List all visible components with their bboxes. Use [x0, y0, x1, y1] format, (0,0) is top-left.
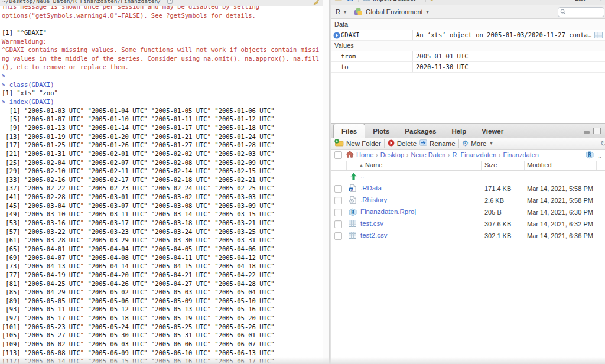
file-row[interactable]: R.RData171.4 KBMar 14, 2021, 5:58 PM	[331, 183, 605, 194]
environment-object-row[interactable]: to2020-11-30 UTC	[331, 62, 605, 73]
refresh-environment-icon[interactable]: ↻	[597, 0, 604, 2]
search-icon	[560, 9, 566, 16]
console-line: [89] "2005-05-05 UTC" "2005-05-06 UTC" "…	[2, 297, 319, 306]
new-folder-button[interactable]: New Folder	[334, 139, 381, 148]
environment-object-list: DataGDAXIAn ‘xts’ object on 2005-01-03/2…	[331, 20, 605, 73]
console-line: [117] "2005-06-14 UTC" "2005-06-15 UTC" …	[2, 357, 319, 364]
chevron-down-icon: ▾	[344, 9, 346, 15]
r-session-dropdown[interactable]: R ▾	[336, 8, 346, 15]
gear-icon: ⚙	[462, 139, 469, 148]
delete-button[interactable]: Delete	[388, 139, 417, 148]
file-type-icon	[349, 220, 356, 228]
column-header-modified[interactable]: Modified	[527, 161, 552, 168]
rename-button[interactable]: Rename	[419, 139, 455, 147]
file-row[interactable]: .Rhistory2.6 KBMar 14, 2021, 5:58 PM	[331, 194, 605, 206]
console-line: [1] "^GDAXI"	[2, 28, 319, 37]
rproject-badge-icon[interactable]: R	[586, 151, 594, 160]
list-view-button[interactable]: List ▾	[575, 0, 591, 2]
console-line: [81] "2005-04-25 UTC" "2005-04-26 UTC" "…	[2, 280, 319, 288]
new-folder-icon	[334, 139, 344, 148]
console-line: [13] "2005-01-19 UTC" "2005-01-20 UTC" "…	[2, 132, 319, 141]
parent-directory-icon[interactable]	[350, 173, 357, 181]
more-menu-button[interactable]: ⚙ More ▾	[462, 139, 493, 148]
breadcrumb-link[interactable]: Desktop	[380, 151, 404, 158]
breadcrumb-separator: ›	[499, 152, 500, 158]
environment-object-value: 2020-11-30 UTC	[416, 62, 593, 72]
file-modified: Mar 14, 2021, 6:36 PM	[527, 232, 593, 239]
tab-help[interactable]: Help	[444, 124, 474, 138]
file-size: 2.6 KB	[484, 197, 504, 204]
chevron-down-icon: ▾	[427, 9, 429, 15]
environment-toolbar: Import Dataset ▾ ≡ List ▾ ↻	[331, 0, 605, 5]
view-data-grid-icon[interactable]	[594, 32, 603, 40]
sort-ascending-icon[interactable]: ▲	[359, 163, 363, 167]
working-directory-path: ~/Desktop/Neue Daten/R_Finanzdaten/Finan…	[2, 0, 161, 4]
file-row[interactable]: test.csv307.6 KBMar 14, 2021, 6:32 PM	[331, 218, 605, 230]
console-line	[2, 20, 319, 28]
r-session-label: R	[336, 8, 340, 15]
file-name-link[interactable]: .Rhistory	[360, 196, 387, 203]
clear-environment-broom-icon[interactable]	[430, 0, 437, 2]
console-line: > index(GDAXI)	[2, 98, 319, 106]
files-toolbar: New Folder Delete Rename ⚙ More ▾ ↻	[331, 138, 605, 150]
file-size: 302.1 KB	[484, 232, 511, 239]
select-all-checkbox[interactable]	[334, 151, 342, 159]
console-line: [57] "2005-03-22 UTC" "2005-03-23 UTC" "…	[2, 228, 319, 236]
file-modified: Mar 14, 2021, 6:30 PM	[527, 209, 593, 216]
environment-object-row[interactable]: GDAXIAn ‘xts’ object on 2005-01-03/2020-…	[331, 30, 605, 41]
tab-packages[interactable]: Packages	[397, 124, 444, 138]
console-pane[interactable]: This message is shown once per session a…	[0, 0, 323, 364]
global-environment-dropdown[interactable]: Global Environment ▾	[366, 8, 429, 15]
console-line: [97] "2005-05-17 UTC" "2005-05-18 UTC" "…	[2, 314, 319, 323]
environment-search-input[interactable]	[566, 8, 599, 16]
file-row[interactable]: test2.csv302.1 KBMar 14, 2021, 6:36 PM	[331, 230, 605, 242]
maximize-pane-icon[interactable]	[593, 128, 601, 134]
breadcrumb-link[interactable]: Home	[356, 151, 373, 158]
save-workspace-icon[interactable]	[347, 0, 354, 2]
home-icon[interactable]	[346, 151, 354, 159]
open-folder-icon[interactable]	[334, 0, 343, 2]
import-dataset-button[interactable]: Import Dataset ▾	[363, 0, 421, 2]
console-line: [105] "2005-05-27 UTC" "2005-05-30 UTC" …	[2, 331, 319, 340]
delete-label: Delete	[397, 140, 417, 147]
tab-plots[interactable]: Plots	[365, 124, 397, 138]
file-row[interactable]: ..	[331, 171, 605, 183]
tab-viewer[interactable]: Viewer	[474, 124, 511, 138]
open-in-new-window-icon[interactable]	[167, 0, 174, 6]
file-name-link[interactable]: Finanzdaten.Rproj	[360, 208, 416, 215]
column-header-size[interactable]: Size	[484, 161, 497, 168]
environment-object-row[interactable]: from2005-01-01 UTC	[331, 51, 605, 62]
breadcrumb-link[interactable]: R_Finanzdaten	[452, 151, 496, 158]
console-line: [65] "2005-04-01 UTC" "2005-04-04 UTC" "…	[2, 245, 319, 254]
column-header-name[interactable]: Name	[365, 161, 382, 168]
rename-label: Rename	[430, 140, 455, 147]
file-checkbox[interactable]	[334, 209, 342, 216]
console-line: [21] "2005-01-31 UTC" "2005-02-01 UTC" "…	[2, 150, 319, 158]
console-line: [17] "2005-01-25 UTC" "2005-01-26 UTC" "…	[2, 141, 319, 150]
file-checkbox[interactable]	[334, 197, 342, 204]
file-modified: Mar 14, 2021, 6:32 PM	[527, 220, 593, 228]
environment-search-box[interactable]	[558, 7, 604, 17]
file-name-link[interactable]: test.csv	[360, 220, 383, 227]
file-checkbox[interactable]	[334, 232, 342, 240]
pane-divider[interactable]	[329, 0, 331, 364]
file-checkbox[interactable]	[334, 185, 342, 193]
minimize-pane-icon[interactable]	[584, 131, 590, 134]
refresh-files-icon[interactable]: ↻	[600, 139, 605, 148]
list-view-label: List	[575, 0, 585, 2]
delete-icon	[388, 139, 395, 148]
file-name-link[interactable]: ..	[360, 173, 364, 180]
clear-console-broom-icon[interactable]	[313, 0, 320, 6]
file-row[interactable]: RFinanzdaten.Rproj205 BMar 14, 2021, 6:3…	[331, 206, 605, 218]
file-name-link[interactable]: test2.csv	[360, 232, 387, 239]
file-name-link[interactable]: .RData	[360, 184, 382, 191]
console-line: options("getSymbols.warning4.0"=FALSE). …	[2, 11, 319, 20]
console-line: ng values in the middle of the series. C…	[2, 54, 319, 63]
breadcrumb-link[interactable]: Neue Daten	[411, 151, 445, 158]
tab-files[interactable]: Files	[333, 124, 365, 138]
breadcrumb-overflow[interactable]: ..	[598, 152, 601, 159]
console-line: (), etc to remove or replace them.	[2, 63, 319, 72]
console-line: [93] "2005-05-11 UTC" "2005-05-12 UTC" "…	[2, 305, 319, 314]
file-checkbox[interactable]	[334, 220, 342, 228]
breadcrumb-link[interactable]: Finanzdaten	[503, 151, 539, 158]
